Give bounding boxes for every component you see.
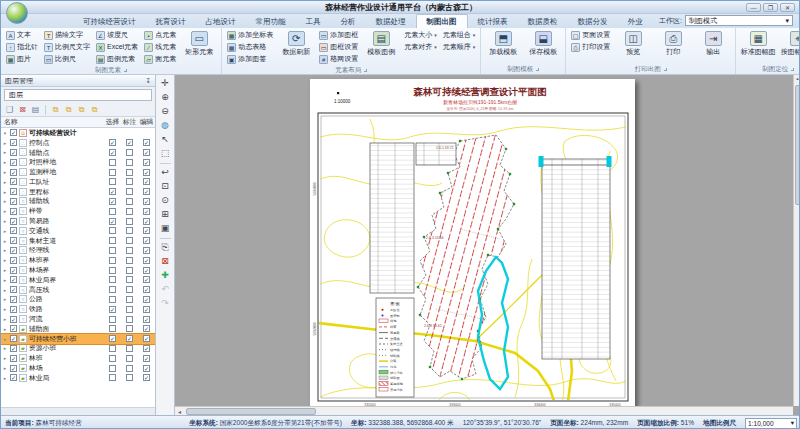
add-view-tool-icon[interactable]: ✚ <box>159 269 172 282</box>
annotate-checkbox[interactable] <box>126 365 133 372</box>
annotate-checkbox[interactable] <box>126 198 133 205</box>
select-checkbox[interactable]: ✓ <box>109 149 116 156</box>
map-page[interactable]: 森林可持续经营调查设计平面图 新青林场拉贝线191-191.5km右侧 坐标系:… <box>310 79 635 406</box>
map-scale-dropdown[interactable]: 1:10,000 ▾ <box>745 418 797 429</box>
button-text-element[interactable]: A文本 <box>4 29 40 41</box>
tab-tending-design[interactable]: 抚育设计 <box>146 15 196 28</box>
pan-tool-icon[interactable]: ✛ <box>159 77 172 90</box>
annotate-checkbox[interactable] <box>126 227 133 234</box>
canvas-horizontal-scrollbar[interactable]: ◂ <box>175 406 793 415</box>
layer-row[interactable]: ▸✓∴监测样地✓ <box>1 167 155 177</box>
annotate-checkbox[interactable] <box>126 316 133 323</box>
annotate-checkbox[interactable] <box>126 178 133 185</box>
layer-visible-checkbox[interactable]: ✓ <box>10 267 17 274</box>
tab-data-processing[interactable]: 数据处理 <box>366 15 416 28</box>
button-legend-element[interactable]: ▤图例元素 <box>94 53 140 65</box>
tab-field-work[interactable]: 外业 <box>618 15 653 28</box>
close-button[interactable]: ✕ <box>780 3 795 12</box>
layer-row[interactable]: ▸✓≈交通线✓ <box>1 226 155 236</box>
tab-statistic-reports[interactable]: 统计报表 <box>468 15 518 28</box>
select-checkbox[interactable]: ✓ <box>109 218 116 225</box>
layer-visible-checkbox[interactable]: ✓ <box>10 374 17 381</box>
select-checkbox[interactable]: ✓ <box>109 306 116 313</box>
button-scale-text[interactable]: T比例尺文字 <box>42 41 92 53</box>
annotate-checkbox[interactable]: ✓ <box>126 335 133 342</box>
select-checkbox[interactable]: ✓ <box>109 335 116 342</box>
layer-visible-checkbox[interactable]: ✓ <box>10 139 17 146</box>
button-load-template[interactable]: ⬒加载模板 <box>484 29 522 57</box>
tab-common-functions[interactable]: 常用功能 <box>246 15 296 28</box>
tab-land-design[interactable]: 占地设计 <box>196 15 246 28</box>
button-excel-element[interactable]: XExcel元素 <box>94 41 140 53</box>
coordinate-table-left[interactable] <box>370 143 414 293</box>
scroll-thumb[interactable] <box>186 408 316 415</box>
layer-visible-checkbox[interactable]: ✓ <box>10 296 17 303</box>
tab-map-output[interactable]: 制图出图 <box>416 14 468 28</box>
edit-checkbox[interactable]: ✓ <box>143 159 150 166</box>
annotate-checkbox[interactable] <box>126 169 133 176</box>
layer-visible-checkbox[interactable]: ✓ <box>10 365 17 372</box>
annotate-checkbox[interactable] <box>126 188 133 195</box>
clear-layer-selection-icon[interactable]: ⧉ <box>63 104 74 115</box>
minimize-button[interactable]: — <box>746 3 761 12</box>
select-all-layers-icon[interactable]: ⧉ <box>50 104 61 115</box>
layer-visible-checkbox[interactable]: ✓ <box>10 188 17 195</box>
survey-table-right[interactable] <box>539 156 612 359</box>
scroll-left-icon[interactable]: ◂ <box>175 408 184 415</box>
layer-row[interactable]: ▸✓≈河流✓ <box>1 314 155 324</box>
layer-visible-checkbox[interactable]: ✓ <box>10 159 17 166</box>
annotate-checkbox[interactable] <box>126 325 133 332</box>
edit-checkbox[interactable]: ✓ <box>143 267 150 274</box>
invert-layer-selection-icon[interactable]: ⧉ <box>76 104 87 115</box>
button-save-template[interactable]: ⬓保存模板 <box>524 29 562 57</box>
annotate-checkbox[interactable] <box>126 286 133 293</box>
previous-view-tool-icon[interactable]: ↩ <box>159 166 172 179</box>
layer-visible-checkbox[interactable]: ✓ <box>10 325 17 332</box>
select-checkbox[interactable]: ✓ <box>109 139 116 146</box>
select-checkbox[interactable] <box>109 286 116 293</box>
annotate-checkbox[interactable] <box>126 267 133 274</box>
layer-row[interactable]: ▸✓≈简易路✓✓ <box>1 216 155 226</box>
edit-checkbox[interactable]: ✓ <box>143 325 150 332</box>
layer-visible-checkbox[interactable]: ✓ <box>10 198 17 205</box>
layer-row[interactable]: ▸✓≈林场界✓ <box>1 265 155 275</box>
layer-row[interactable]: ▸✓▰可持续经营小班✓✓✓ <box>1 334 155 344</box>
select-checkbox[interactable] <box>109 355 116 362</box>
layer-visible-checkbox[interactable]: ✓ <box>10 355 17 362</box>
edit-checkbox[interactable]: ✓ <box>143 335 150 342</box>
design-area-polygon[interactable] <box>418 135 514 379</box>
edit-checkbox[interactable]: ✓ <box>143 286 150 293</box>
edit-checkbox[interactable]: ✓ <box>143 365 150 372</box>
layer-row[interactable]: ▸✓▰林班✓ <box>1 353 155 363</box>
restore-button[interactable]: ❐ <box>763 3 778 12</box>
edit-checkbox[interactable]: ✓ <box>143 198 150 205</box>
zoom-center-tool-icon[interactable]: ⊙ <box>159 194 172 207</box>
button-frame-settings[interactable]: ▭图框设置 <box>317 41 360 53</box>
layer-row[interactable]: ▸✓≈林班界✓ <box>1 255 155 265</box>
select-checkbox[interactable] <box>109 169 116 176</box>
layer-row[interactable]: ▸✓≈辅助线✓✓ <box>1 197 155 207</box>
select-checkbox[interactable] <box>109 208 116 215</box>
layer-visible-checkbox[interactable]: ✓ <box>10 208 17 215</box>
button-scale-bar[interactable]: ▭比例尺 <box>42 53 92 65</box>
annotate-checkbox[interactable] <box>126 159 133 166</box>
annotate-checkbox[interactable] <box>126 208 133 215</box>
selection-handle[interactable] <box>607 156 612 167</box>
layer-row[interactable]: ▸✓▰林业局✓ <box>1 373 155 383</box>
layer-visible-checkbox[interactable]: ✓ <box>10 178 17 185</box>
undo-view-tool-icon[interactable]: ↶ <box>159 283 172 296</box>
edit-checkbox[interactable]: ✓ <box>143 296 150 303</box>
button-dynamic-table[interactable]: ▦动态表格 <box>225 41 275 53</box>
layer-row[interactable]: ▸✓∴辅助点✓✓ <box>1 148 155 158</box>
layer-visible-checkbox[interactable]: ✓ <box>10 247 17 254</box>
select-checkbox[interactable] <box>109 276 116 283</box>
button-element-size[interactable]: 元素大小▾ <box>402 29 439 41</box>
button-template-legend[interactable]: ▤模板图例 <box>362 29 400 57</box>
edit-checkbox[interactable]: ✓ <box>143 149 150 156</box>
layer-row[interactable]: ▸✓∴里程标✓✓ <box>1 187 155 197</box>
button-line-element[interactable]: ∕线元素 <box>142 41 178 53</box>
select-checkbox[interactable] <box>109 325 116 332</box>
button-print-settings[interactable]: ⎙打印设置 <box>569 41 612 53</box>
layer-row[interactable]: ▸✓∴对照样地✓ <box>1 157 155 167</box>
layer-row[interactable]: ▸✓▰辅助面✓ <box>1 324 155 334</box>
